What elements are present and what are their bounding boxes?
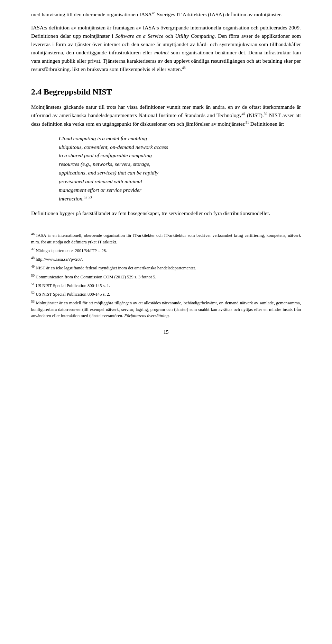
after-quote-paragraph: Definitionen bygger på fastställandet av…	[31, 209, 301, 217]
section-number: 2.4	[31, 87, 42, 96]
fn-sup-51: 51	[31, 282, 35, 286]
fn-sup-50: 50	[31, 274, 35, 277]
section-paragraph-nist: Molntjänstens gäckande natur till trots …	[31, 103, 301, 128]
page-container: med hänvisning till den oberoende organi…	[0, 0, 332, 644]
footnote-46: 46 IASA är en internationell, oberoende …	[31, 232, 301, 245]
sup-53: 53	[89, 195, 92, 199]
section-title: Begreppsbild NIST	[44, 87, 112, 96]
quote-italic: Cloud computing is a model for enabling …	[59, 135, 168, 202]
footnote-52: 52 US NIST Special Publication 800-145 s…	[31, 290, 301, 297]
footnote-47: 47 Näringsdepartementet 2001/34/ITP s. 2…	[31, 247, 301, 254]
page-number: 15	[31, 329, 301, 335]
fn-sup-46: 46	[31, 232, 35, 236]
fn-sup-52: 52	[31, 291, 35, 295]
fn-sup-47: 47	[31, 247, 35, 251]
italic-molnet: molnet	[154, 50, 169, 55]
footnote-53-italic: Författarens översättning.	[124, 313, 169, 318]
fn-sup-49: 49	[31, 265, 35, 268]
footnotes-section: 46 IASA är en internationell, oberoende …	[31, 232, 301, 319]
fn-sup-48: 48	[31, 256, 35, 260]
paragraph-iasa-definition: IASA:s definition av molntjänsten är fra…	[31, 24, 301, 73]
opening-paragraph: med hänvisning till den oberoende organi…	[31, 10, 301, 19]
sup-52: 52	[84, 195, 87, 199]
section-heading-2-4: 2.4 Begreppsbild NIST	[31, 87, 301, 97]
quote-block: Cloud computing is a model for enabling …	[59, 134, 280, 203]
sup-48: 48	[182, 66, 185, 70]
footnote-49: 49 NIST är en icke lagstiftande federal …	[31, 264, 301, 271]
sup-49: 49	[242, 112, 245, 116]
quote-text: Cloud computing is a model for enabling …	[59, 134, 280, 203]
footnote-50: 50 Communication from the Commission COM…	[31, 273, 301, 280]
footnote-53: 53 Molntjänster är en modell för att möj…	[31, 299, 301, 319]
footnote-51: 51 US NIST Special Publication 800-145 s…	[31, 282, 301, 289]
sup-46: 46	[152, 11, 155, 15]
footnote-divider	[31, 228, 100, 228]
sup-51: 51	[246, 120, 249, 124]
italic-utility-computing: Utility Computing	[175, 33, 214, 39]
fn-sup-53: 53	[31, 299, 35, 303]
italic-software-as-service: Software as a Service	[115, 33, 163, 39]
sup-50: 50	[264, 112, 267, 116]
footnote-48: 48 http://www.iasa.se/?p=267.	[31, 256, 301, 262]
